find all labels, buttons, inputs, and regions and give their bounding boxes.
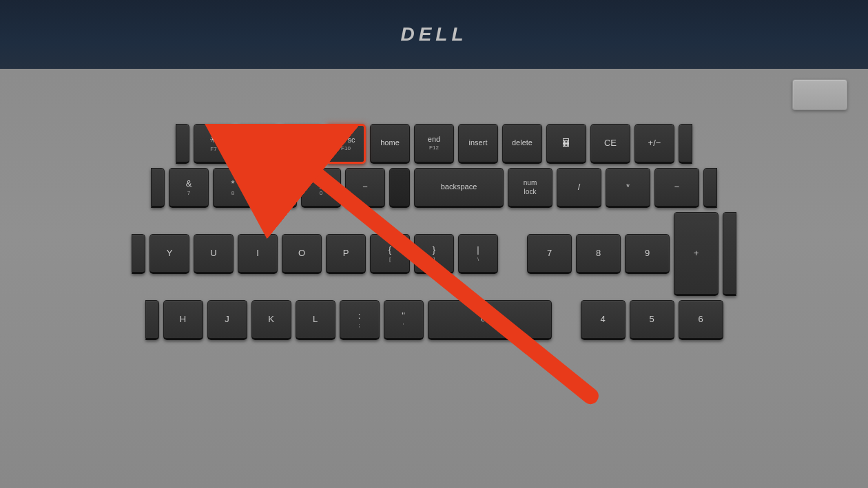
key-colon[interactable]: : ; xyxy=(340,300,380,340)
hjkl-row: H J K L : ; " ' enter 4 xyxy=(14,300,854,340)
key-P[interactable]: P xyxy=(326,234,366,274)
key-end[interactable]: end F12 xyxy=(414,124,454,164)
key-blank1[interactable] xyxy=(389,168,410,208)
key-numpad-7[interactable]: 7 xyxy=(527,234,572,274)
key-U[interactable]: U xyxy=(194,234,234,274)
key-close-paren-0[interactable]: ) 0 xyxy=(301,168,341,208)
key-numpad-5[interactable]: 5 xyxy=(630,300,674,340)
key-plus-minus[interactable]: +/− xyxy=(634,124,674,164)
yuiop-row: Y U I O P { [ } ] | \ xyxy=(14,212,854,296)
key-numlock[interactable]: numlock xyxy=(508,168,552,208)
keyboard-area: ☀ F7 ⊟ F8 F9 prt sc F10 home xyxy=(0,69,868,488)
key-numpad-4[interactable]: 4 xyxy=(581,300,626,340)
key-numpad-9[interactable]: 9 xyxy=(625,234,670,274)
laptop-lid-bar: DELL xyxy=(0,0,868,69)
key-numpad-8[interactable]: 8 xyxy=(576,234,621,274)
key-Y[interactable]: Y xyxy=(149,234,189,274)
key-numpad-6[interactable]: 6 xyxy=(679,300,723,340)
key-K[interactable]: K xyxy=(251,300,291,340)
key-numpad-minus[interactable]: − xyxy=(654,168,699,208)
key-partial-right-3[interactable] xyxy=(723,212,736,296)
key-numpad-star[interactable]: * xyxy=(606,168,650,208)
key-I[interactable]: I xyxy=(238,234,278,274)
key-delete[interactable]: delete xyxy=(502,124,542,164)
keyboard: ☀ F7 ⊟ F8 F9 prt sc F10 home xyxy=(0,124,868,488)
key-home[interactable]: home xyxy=(370,124,410,164)
key-numpad-slash[interactable]: / xyxy=(557,168,601,208)
key-L[interactable]: L xyxy=(296,300,335,340)
power-button[interactable] xyxy=(792,79,847,110)
key-dash[interactable]: − xyxy=(345,168,385,208)
key-f9[interactable]: F9 xyxy=(282,124,322,164)
function-key-row: ☀ F7 ⊟ F8 F9 prt sc F10 home xyxy=(14,124,854,164)
key-O[interactable]: O xyxy=(282,234,322,274)
key-partial-left-2[interactable] xyxy=(151,168,165,208)
key-amp-7[interactable]: & 7 xyxy=(169,168,209,208)
key-f7[interactable]: ☀ F7 xyxy=(194,124,234,164)
number-row-bottom: & 7 * 8 ( 9 ) 0 − xyxy=(14,168,854,208)
key-backspace[interactable]: backspace xyxy=(414,168,504,208)
key-J[interactable]: J xyxy=(207,300,247,340)
key-partial-right-2[interactable] xyxy=(703,168,717,208)
key-numpad-plus[interactable]: + xyxy=(674,212,719,296)
key-CE[interactable]: CE xyxy=(590,124,630,164)
key-f8[interactable]: ⊟ F8 xyxy=(238,124,278,164)
key-H[interactable]: H xyxy=(163,300,203,340)
dell-logo: DELL xyxy=(400,23,467,45)
key-partial-left-3[interactable] xyxy=(132,234,145,274)
key-open-paren-9[interactable]: ( 9 xyxy=(257,168,297,208)
laptop-body: DELL ☀ F7 ⊟ F8 F9 xyxy=(0,0,868,488)
key-partial-left-4[interactable] xyxy=(145,300,159,340)
key-prt-sc[interactable]: prt sc F10 xyxy=(326,124,366,164)
key-star-8[interactable]: * 8 xyxy=(213,168,253,208)
key-close-bracket[interactable]: } ] xyxy=(414,234,454,274)
key-calculator[interactable]: 🖩 xyxy=(546,124,586,164)
key-quote[interactable]: " ' xyxy=(384,300,424,340)
key-open-bracket[interactable]: { [ xyxy=(370,234,410,274)
key-pipe[interactable]: | \ xyxy=(458,234,498,274)
key-enter[interactable]: enter xyxy=(428,300,552,340)
key-partial-left[interactable] xyxy=(176,124,189,164)
key-partial-right[interactable] xyxy=(679,124,692,164)
key-insert[interactable]: insert xyxy=(458,124,498,164)
